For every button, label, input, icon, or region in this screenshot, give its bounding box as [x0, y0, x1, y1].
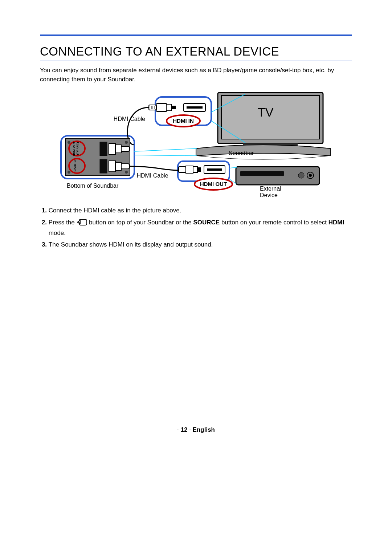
- soundbar-icon: [196, 145, 330, 159]
- step-2: Press the button on top of your Soundbar…: [49, 218, 352, 238]
- hdmi-out-label: HDMI OUT: [200, 181, 227, 187]
- instruction-list: Connect the HDMI cable as in the picture…: [40, 206, 352, 249]
- step-2-text: button on your remote control to select: [221, 219, 328, 226]
- step-2-text: mode.: [49, 229, 66, 236]
- svg-point-32: [309, 174, 312, 177]
- svg-point-14: [125, 141, 128, 144]
- top-rule: [40, 34, 352, 36]
- svg-rect-17: [109, 143, 115, 154]
- svg-rect-27: [207, 168, 222, 171]
- hdmi-in-label: HDMI IN: [173, 118, 194, 124]
- hdmi-socket-icon: [100, 142, 107, 156]
- svg-point-15: [68, 171, 70, 174]
- svg-rect-4: [187, 106, 203, 109]
- svg-rect-21: [115, 162, 121, 170]
- footer-sep: ·: [189, 426, 191, 433]
- step-2-text: Press the: [49, 219, 77, 226]
- external-device-label-1: External: [260, 186, 281, 192]
- cable-path: [129, 166, 179, 170]
- bottom-of-soundbar-label: Bottom of Soundbar: [67, 183, 119, 189]
- step-1: Connect the HDMI cable as in the picture…: [49, 206, 352, 215]
- hdmi-word: HDMI: [328, 219, 344, 226]
- svg-rect-26: [197, 167, 201, 172]
- source-word: SOURCE: [193, 219, 220, 226]
- connection-diagram: TV HDMI IN HDMI Cable: [40, 90, 352, 199]
- external-device-label-2: Device: [260, 192, 278, 198]
- port-hdmi-out-label: HDMI OUT (TV-ARC): [73, 141, 79, 156]
- hdmi-socket-icon: [100, 159, 107, 173]
- page-footer: · 12 · English: [0, 426, 392, 434]
- svg-rect-24: [186, 166, 193, 173]
- svg-rect-5: [157, 103, 166, 111]
- svg-rect-20: [109, 161, 115, 172]
- manual-page: CONNECTING TO AN EXTERNAL DEVICE You can…: [0, 0, 392, 537]
- hdmi-plug-icon: [179, 166, 201, 173]
- hdmi-cable-label-2: HDMI Cable: [136, 172, 168, 179]
- page-number: 12: [180, 426, 187, 433]
- footer-language: English: [193, 426, 215, 433]
- leader-line: [134, 155, 197, 156]
- svg-rect-23: [179, 167, 186, 172]
- svg-rect-22: [121, 164, 129, 169]
- step-2-text: button on top of your Soundbar or the: [89, 219, 193, 226]
- svg-rect-7: [171, 106, 176, 109]
- intro-paragraph: You can enjoy sound from separate extern…: [40, 66, 352, 84]
- cable-path: [127, 107, 149, 145]
- svg-point-16: [125, 171, 128, 174]
- leader-line: [134, 149, 197, 151]
- diagram-svg: TV HDMI IN HDMI Cable: [40, 90, 352, 199]
- tv-icon: [218, 93, 323, 150]
- external-device-icon: [236, 167, 319, 185]
- svg-point-30: [298, 172, 304, 178]
- svg-rect-6: [166, 104, 171, 111]
- source-button-icon: [76, 219, 87, 228]
- port-hdmi-in-label: HDMI IN: [74, 160, 77, 172]
- step-3: The Soundbar shows HDMI on its display a…: [49, 240, 352, 249]
- soundbar-label: Soundbar: [229, 150, 254, 156]
- section-heading: CONNECTING TO AN EXTERNAL DEVICE: [40, 45, 352, 61]
- svg-rect-19: [121, 146, 129, 151]
- svg-point-13: [68, 141, 70, 144]
- hdmi-plug-icon: [149, 103, 176, 111]
- svg-rect-29: [240, 171, 284, 176]
- svg-rect-25: [193, 167, 197, 172]
- tv-label: TV: [258, 105, 274, 119]
- svg-rect-18: [115, 145, 121, 153]
- footer-sep: ·: [177, 426, 179, 433]
